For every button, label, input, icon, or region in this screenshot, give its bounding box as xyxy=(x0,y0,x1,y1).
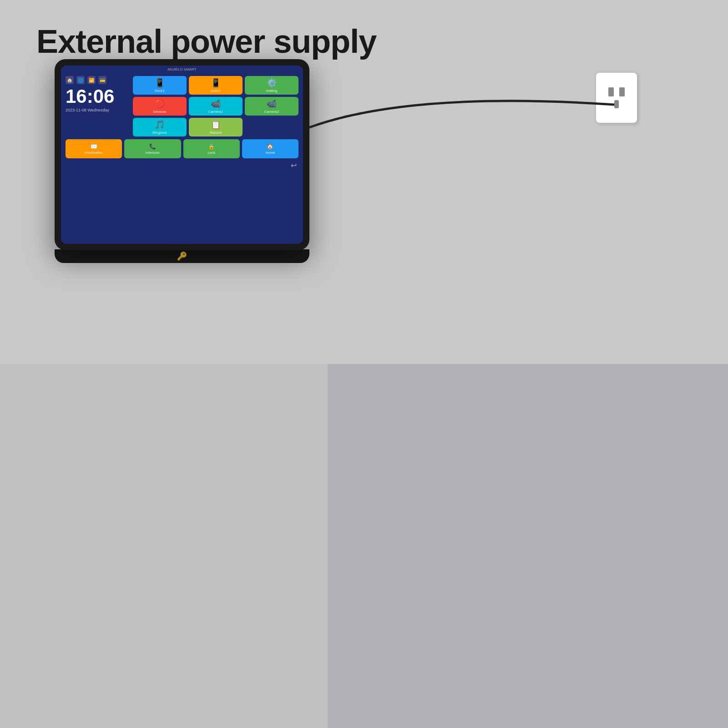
back-icon[interactable]: ↩ xyxy=(291,161,297,170)
power-outlet xyxy=(596,73,637,123)
door1-icon: 📱 xyxy=(155,78,165,88)
device-bottom-bar: 🔑 xyxy=(55,249,309,263)
outlet-slot-right xyxy=(619,87,625,96)
info-label: Information xyxy=(85,151,103,155)
tile-setting[interactable]: ⚙️ Setting xyxy=(245,76,298,95)
tile-door1[interactable]: 📱 Door1 xyxy=(133,76,187,95)
devices-label: Devices xyxy=(153,110,166,114)
door1-label: Door1 xyxy=(155,89,165,93)
top-title: External power supply xyxy=(36,23,376,60)
time-area: 🏠 🌐 📶 💳 16:06 2023-11-08 Wednesday xyxy=(66,76,129,136)
tile-intercom[interactable]: 📞 Intercom xyxy=(124,139,181,158)
lock-label: Lock xyxy=(207,151,215,155)
tile-record[interactable]: 📋 Record xyxy=(189,118,243,136)
info-icon: ✉️ xyxy=(91,143,97,150)
home-label: Home xyxy=(265,151,275,155)
brand-logo: ANJIELO SMART xyxy=(167,67,196,71)
screen-footer: ↩ xyxy=(61,160,303,172)
signal-status-icon: 📶 xyxy=(87,76,96,84)
camera2-icon: 📹 xyxy=(267,99,277,109)
tile-lock[interactable]: 🔒 Lock xyxy=(183,139,240,158)
screen-header: ANJIELO SMART xyxy=(61,66,303,73)
tile-home[interactable]: 🏠 Home xyxy=(242,139,298,158)
key-rfid-icon: 🔑 xyxy=(177,251,187,261)
tile-information[interactable]: ✉️ Information xyxy=(66,139,122,158)
camera1-icon: 📹 xyxy=(211,99,221,109)
device-screen[interactable]: ANJIELO SMART 🏠 🌐 📶 💳 16:06 2023-11-08 W xyxy=(61,66,303,244)
device-frame: ANJIELO SMART 🏠 🌐 📶 💳 16:06 2023-11-08 W xyxy=(55,59,309,250)
door2-label: Door2 xyxy=(211,89,221,93)
card-status-icon: 💳 xyxy=(98,76,106,84)
tile-door2[interactable]: 📱 Door2 xyxy=(189,76,243,95)
camera2-label: Camera2 xyxy=(264,110,279,114)
bottom-row: ✉️ Information 📞 Intercom 🔒 Lock 🏠 Home xyxy=(61,139,303,160)
clock-display: 16:06 xyxy=(66,87,129,106)
door2-icon: 📱 xyxy=(211,78,221,88)
top-section: External power supply ANJIELO SMART 🏠 🌐 … xyxy=(0,0,728,364)
wifi-status-icon: 🌐 xyxy=(76,76,85,84)
ringtone-icon: 🎵 xyxy=(155,120,165,130)
intercom-icon: 📞 xyxy=(149,143,156,150)
tile-camera2[interactable]: 📹 Camera2 xyxy=(245,97,298,116)
bottom-section: Hidden power supply xyxy=(0,364,728,728)
device-wrapper: ANJIELO SMART 🏠 🌐 📶 💳 16:06 2023-11-08 W xyxy=(55,59,309,263)
screen-content: 🏠 🌐 📶 💳 16:06 2023-11-08 Wednesday 📱 Doo… xyxy=(61,73,303,139)
status-icons: 🏠 🌐 📶 💳 xyxy=(66,76,129,84)
bottom-bg-right xyxy=(328,364,728,728)
intercom-label: Intercom xyxy=(146,151,160,155)
home-status-icon: 🏠 xyxy=(66,76,74,84)
app-grid: 📱 Door1 📱 Door2 ⚙️ Setting 🔴 xyxy=(133,76,298,136)
outlet-ground xyxy=(614,100,619,108)
home-icon: 🏠 xyxy=(267,143,273,150)
record-icon: 📋 xyxy=(211,120,221,130)
tile-devices[interactable]: 🔴 Devices xyxy=(133,97,187,116)
setting-label: Setting xyxy=(266,89,278,93)
tile-camera1[interactable]: 📹 Camera1 xyxy=(189,97,243,116)
outlet-slot-left xyxy=(608,87,614,96)
outlet-slots xyxy=(608,87,625,96)
setting-icon: ⚙️ xyxy=(267,78,277,88)
devices-icon: 🔴 xyxy=(155,99,165,109)
date-display: 2023-11-08 Wednesday xyxy=(66,108,129,112)
lock-icon: 🔒 xyxy=(208,143,215,150)
tile-ringtone[interactable]: 🎵 Ringtone xyxy=(133,118,187,136)
camera1-label: Camera1 xyxy=(208,110,223,114)
record-label: Record xyxy=(210,131,222,135)
ringtone-label: Ringtone xyxy=(152,131,167,135)
bottom-bg-left xyxy=(0,364,328,728)
